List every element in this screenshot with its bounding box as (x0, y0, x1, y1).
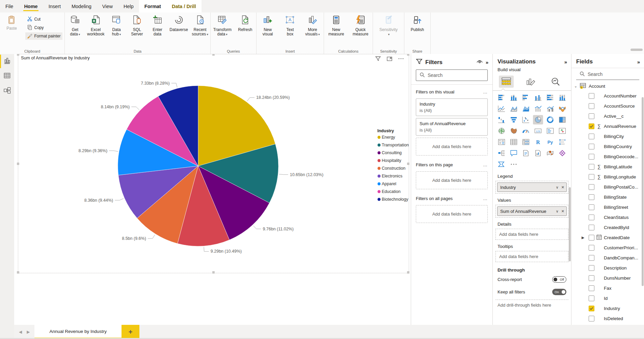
waterfall-chart-icon[interactable] (497, 115, 507, 124)
field-row-cleanstatus[interactable]: CleanStatus (571, 212, 644, 222)
recent-sources-button[interactable]: Recentsources▾ (191, 14, 210, 38)
page-tab-annual-revenue[interactable]: Annual Revenue by Industry (34, 325, 122, 339)
legend-item[interactable]: Hospitality (382, 158, 401, 163)
stacked-bar-chart-icon[interactable] (497, 93, 507, 102)
line-and-clustered-column-chart-icon[interactable] (545, 104, 555, 113)
viz-pane-scrollbar[interactable] (569, 187, 571, 261)
more-options-icon[interactable] (398, 56, 404, 63)
get-data-button[interactable]: Getdata▾ (65, 14, 84, 38)
field-checkbox[interactable] (589, 285, 594, 291)
treemap-icon[interactable] (557, 115, 567, 124)
menu-tab-insert[interactable]: Insert (43, 0, 66, 12)
expand-icon[interactable]: ▶ (582, 235, 584, 240)
field-row-dandbcompan-[interactable]: DandbCompan... (571, 253, 644, 263)
field-checkbox[interactable] (589, 194, 594, 200)
cut-button[interactable]: Cut (25, 16, 62, 23)
report-view-button[interactable] (0, 54, 14, 69)
field-row-id[interactable]: Id (571, 293, 644, 303)
filled-map-icon[interactable] (509, 126, 519, 136)
arcgis-map-icon[interactable] (557, 148, 567, 158)
field-checkbox[interactable] (589, 144, 594, 149)
field-checkbox[interactable] (589, 295, 594, 301)
field-checkbox[interactable] (589, 225, 594, 230)
field-checkbox[interactable] (589, 215, 594, 220)
legend-item[interactable]: Energy (382, 135, 395, 140)
data-view-button[interactable] (0, 69, 14, 84)
data-hub-button[interactable]: Datahub▾ (107, 14, 126, 38)
field-row-billinggeocode-[interactable]: BillingGeocode... (571, 151, 644, 162)
paste-button[interactable]: Paste (2, 14, 21, 32)
clustered-column-chart-icon[interactable] (533, 93, 543, 102)
field-row-dunsnumber[interactable]: DunsNumber (571, 273, 644, 283)
field-row-billinglatitude[interactable]: ∑BillingLatitude (571, 162, 644, 172)
more-visuals-button[interactable]: Morevisuals▾ (303, 14, 322, 38)
field-checkbox[interactable] (589, 134, 594, 139)
field-row-billinglongitude[interactable]: ∑BillingLongitude (571, 172, 644, 182)
field-checkbox[interactable] (589, 316, 594, 321)
field-checkbox[interactable] (589, 184, 594, 190)
pie-chart-icon[interactable] (533, 115, 543, 124)
field-checkbox[interactable] (589, 235, 594, 241)
field-checkbox[interactable] (589, 123, 594, 129)
chevron-down-icon[interactable]: ⌄ (574, 84, 577, 88)
selection-handle[interactable] (407, 54, 409, 56)
field-row-createdbyid[interactable]: CreatedById (571, 222, 644, 232)
cross-report-toggle[interactable]: Off (552, 276, 566, 283)
add-data-fields-dropzone[interactable]: Add data fields here (416, 138, 488, 156)
gauge-icon[interactable] (521, 126, 531, 136)
collapse-pane-icon[interactable]: » (637, 59, 639, 65)
well-values-dropzone[interactable]: Sum of AnnualRevenue∨✕ (495, 205, 568, 218)
legend-item[interactable]: Consulting (382, 150, 402, 155)
field-row-active-c[interactable]: Active__c (571, 111, 644, 121)
menu-tab-home[interactable]: Home (19, 0, 43, 12)
table-icon[interactable] (509, 137, 519, 147)
menu-tab-modeling[interactable]: Modeling (66, 0, 97, 12)
remove-field-icon[interactable]: ✕ (561, 185, 564, 190)
more-options-icon[interactable]: … (483, 162, 488, 167)
field-row-fax[interactable]: Fax (571, 283, 644, 293)
field-row-industry[interactable]: Industry (571, 303, 644, 313)
menu-tab-data-drill[interactable]: Data / Drill (166, 0, 202, 12)
publish-button[interactable]: Publish (408, 14, 427, 33)
field-pill-sum-of-annualrevenue[interactable]: Sum of AnnualRevenue∨✕ (497, 206, 567, 216)
clustered-bar-chart-icon[interactable] (521, 93, 531, 102)
dataverse-button[interactable]: Dataverse (168, 14, 189, 33)
metrics-icon[interactable] (533, 148, 543, 158)
field-checkbox[interactable] (589, 306, 594, 311)
table-account-row[interactable]: ⌄ Account (571, 81, 644, 91)
filters-search-input[interactable]: Search (416, 69, 488, 81)
field-checkbox[interactable] (589, 154, 594, 160)
field-row-description[interactable]: Description (571, 263, 644, 273)
ribbon-chart-icon[interactable] (557, 104, 567, 113)
build-visual-tab[interactable] (499, 76, 514, 88)
collapse-pane-icon[interactable]: » (486, 59, 488, 65)
hundred-percent-stacked-bar-chart-icon[interactable] (545, 93, 555, 102)
field-row-billingpostalco-[interactable]: BillingPostalCo... (571, 182, 644, 192)
well-tooltips-dropzone[interactable]: Add data fields here (495, 251, 568, 262)
menu-tab-view[interactable]: View (97, 0, 118, 12)
sensitivity-button[interactable]: Sensitivity▾ (378, 14, 399, 38)
fields-search-input[interactable]: Search (576, 69, 639, 80)
drill-through-placeholder[interactable]: Add drill-through fields here (495, 300, 568, 310)
filter-card-industry[interactable]: Industryis (All) (416, 98, 488, 116)
field-row-accountsource[interactable]: AccountSource (571, 101, 644, 111)
analytics-tab[interactable] (548, 76, 563, 88)
stacked-area-chart-icon[interactable] (521, 104, 531, 113)
field-checkbox[interactable] (589, 255, 594, 261)
field-checkbox[interactable] (589, 204, 594, 210)
field-row-annualrevenue[interactable]: ∑AnnualRevenue (571, 121, 644, 131)
filter-icon[interactable] (375, 56, 381, 63)
filter-card-sum-of-annualrevenue[interactable]: Sum of AnnualRevenueis (All) (416, 118, 488, 136)
field-checkbox[interactable] (589, 113, 594, 119)
keep-all-filters-toggle[interactable]: On (552, 289, 566, 295)
selection-handle[interactable] (212, 271, 215, 274)
focus-mode-icon[interactable] (386, 56, 393, 63)
field-row-createddate[interactable]: ▶CreatedDate (571, 232, 644, 243)
quick-measure-button[interactable]: Quickmeasure (351, 14, 370, 37)
hundred-percent-stacked-column-chart-icon[interactable] (557, 93, 567, 102)
well-legend-dropzone[interactable]: Industry∨✕ (495, 181, 568, 194)
field-row-billingstreet[interactable]: BillingStreet (571, 202, 644, 212)
menu-tab-file[interactable]: File (0, 0, 19, 12)
field-checkbox[interactable] (589, 245, 594, 251)
r-script-visual-icon[interactable]: R (533, 137, 543, 147)
